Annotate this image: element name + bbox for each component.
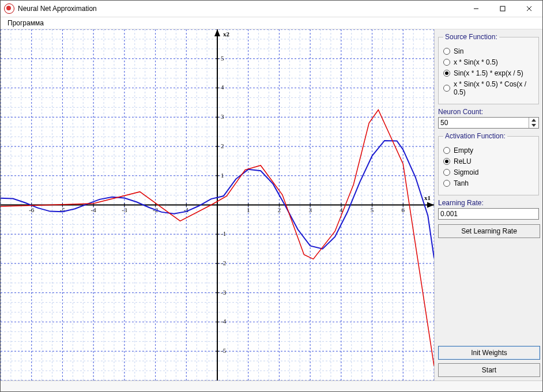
- start-button[interactable]: Start: [438, 363, 540, 377]
- close-button[interactable]: [516, 1, 542, 17]
- neuron-count-input-wrap: [438, 117, 539, 129]
- window: Neural Net Approximation Программа Sourc…: [0, 0, 543, 392]
- learning-rate-field: Learning Rate: Set Learning Rate: [438, 199, 539, 238]
- radio-icon: [443, 169, 450, 176]
- plot-canvas: [1, 29, 434, 380]
- titlebar: Neural Net Approximation: [1, 1, 542, 17]
- init-weights-button[interactable]: Init Weights: [438, 346, 540, 360]
- activation-sigmoid[interactable]: Sigmoid: [443, 168, 534, 176]
- svg-marker-4: [531, 119, 536, 122]
- learning-rate-input[interactable]: [439, 209, 538, 219]
- source-fn-xsincos[interactable]: x * Sin(x * 0.5) * Cos(x / 0.5): [443, 80, 534, 96]
- statusbar: [1, 380, 542, 391]
- source-fn-sin[interactable]: Sin: [443, 47, 534, 55]
- radio-icon: [443, 48, 450, 55]
- menu-program[interactable]: Программа: [4, 18, 47, 28]
- activation-relu[interactable]: ReLU: [443, 157, 534, 165]
- activation-legend: Activation Function:: [443, 132, 507, 140]
- source-function-group: Source Function: Sin x * Sin(x * 0.5) Si…: [438, 33, 539, 104]
- plot-area: [1, 29, 434, 380]
- client-area: Source Function: Sin x * Sin(x * 0.5) Si…: [1, 29, 542, 380]
- neuron-count-input[interactable]: [439, 118, 529, 128]
- learning-rate-input-wrap: [438, 208, 539, 220]
- app-icon: [4, 3, 14, 14]
- svg-rect-1: [500, 6, 505, 11]
- neuron-count-label: Neuron Count:: [438, 108, 539, 116]
- source-function-legend: Source Function:: [443, 33, 499, 41]
- minimize-button[interactable]: [463, 1, 489, 17]
- radio-icon: [443, 59, 450, 66]
- activation-tanh[interactable]: Tanh: [443, 179, 534, 187]
- activation-empty[interactable]: Empty: [443, 146, 534, 154]
- maximize-button[interactable]: [489, 1, 516, 17]
- menubar: Программа: [1, 17, 542, 29]
- set-learning-rate-button[interactable]: Set Learning Rate: [438, 224, 540, 238]
- radio-icon: [443, 85, 450, 92]
- source-fn-sinexp[interactable]: Sin(x * 1.5) * exp(x / 5): [443, 69, 534, 77]
- side-panel: Source Function: Sin x * Sin(x * 0.5) Si…: [434, 29, 542, 380]
- spin-down[interactable]: [529, 123, 538, 128]
- neuron-count-field: Neuron Count:: [438, 108, 539, 129]
- radio-icon: [443, 147, 450, 154]
- learning-rate-label: Learning Rate:: [438, 199, 539, 207]
- neuron-count-spinner: [529, 118, 538, 128]
- spin-up[interactable]: [529, 118, 538, 123]
- radio-icon: [443, 180, 450, 187]
- activation-group: Activation Function: Empty ReLU Sigmoid …: [438, 132, 539, 195]
- radio-icon: [443, 70, 450, 77]
- window-title: Neural Net Approximation: [18, 5, 97, 13]
- source-fn-xsin[interactable]: x * Sin(x * 0.5): [443, 58, 534, 66]
- radio-icon: [443, 158, 450, 165]
- svg-marker-5: [531, 124, 536, 127]
